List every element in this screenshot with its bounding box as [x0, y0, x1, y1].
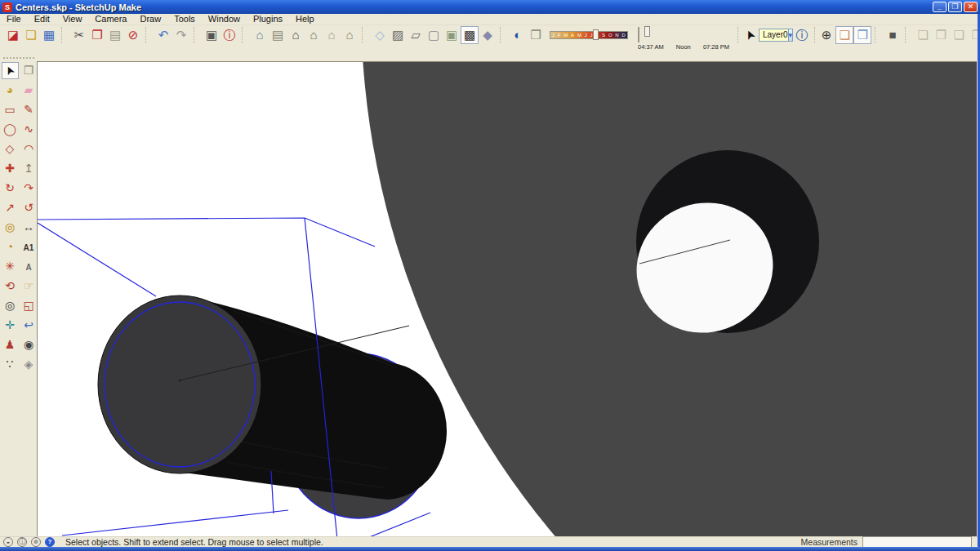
orbit-icon[interactable]: ⟲ [2, 278, 19, 295]
menu-plugins[interactable]: Plugins [247, 14, 289, 24]
standard-toolbar: ◪❏▦✂❐▤⊘↶↷▣ⓘ⌂▤⌂⌂⌂⌂◇▨▱▢▣▩◆◐❐ [4, 26, 545, 44]
pan-icon[interactable]: ☞ [20, 278, 38, 295]
offset-icon[interactable]: ↺ [20, 199, 38, 216]
print-icon[interactable]: ▣ [203, 26, 220, 44]
toolbar-separator [145, 27, 152, 43]
layer-select-value: Layer0 [763, 30, 788, 39]
view-front-icon[interactable]: ⌂ [287, 26, 305, 44]
view-top-icon[interactable]: ▤ [269, 26, 287, 44]
month-letter: M [577, 31, 581, 39]
select-icon[interactable]: ➤ [2, 62, 19, 79]
view-iso-icon[interactable]: ⌂ [251, 26, 269, 44]
shadow-toggle-icon[interactable]: ❐ [527, 26, 545, 44]
toolbar-separator [362, 27, 368, 43]
tape-measure-icon[interactable]: ◎ [2, 219, 19, 236]
line-icon[interactable]: ✎ [20, 101, 38, 118]
save-icon[interactable]: ▦ [40, 26, 58, 44]
position-camera-icon[interactable]: ♟ [2, 336, 19, 353]
geolocate-icon[interactable]: ◒ [3, 537, 13, 547]
time-slider-handle[interactable] [644, 26, 650, 37]
rectangle-icon[interactable]: ▭ [2, 101, 19, 118]
undo-icon[interactable]: ↶ [154, 26, 172, 44]
scale-icon[interactable]: ↗ [2, 199, 19, 216]
menu-window[interactable]: Window [202, 14, 247, 24]
new-icon[interactable]: ◪ [4, 26, 22, 44]
push-pull-icon[interactable]: ↥ [20, 160, 38, 177]
minimize-button-icon[interactable]: _ [933, 2, 947, 12]
help-icon[interactable]: ? [45, 537, 55, 547]
shadow-date-track[interactable]: JFMAMJJASOND [550, 31, 628, 39]
display-section-cuts-icon[interactable]: ❐ [853, 26, 871, 44]
month-letter: D [622, 31, 626, 39]
menu-help[interactable]: Help [289, 14, 321, 24]
layer-cursor-icon[interactable]: ➤ [741, 26, 759, 44]
move-icon[interactable]: ✚ [2, 160, 19, 177]
viewport[interactable] [37, 61, 977, 536]
text-icon[interactable]: A1 [20, 238, 38, 256]
palette-grip[interactable] [3, 57, 34, 59]
wireframe-icon[interactable]: ▱ [407, 26, 425, 44]
paste-icon[interactable]: ▤ [106, 26, 124, 44]
status-icons: ◒ⓘ☻? [3, 537, 59, 547]
restore-button-icon[interactable]: ❐ [948, 2, 962, 12]
shaded-with-textures-icon[interactable]: ▩ [461, 26, 479, 44]
dimension-icon[interactable]: ↔ [20, 219, 38, 236]
menu-camera[interactable]: Camera [88, 14, 133, 24]
sign-in-icon[interactable]: ☻ [31, 537, 41, 547]
redo-icon[interactable]: ↷ [172, 26, 190, 44]
viewport-canvas[interactable] [38, 62, 977, 536]
menu-edit[interactable]: Edit [28, 14, 56, 24]
eraser-icon[interactable]: ▰ [20, 82, 38, 99]
xray-icon[interactable]: ◇ [371, 26, 389, 44]
freehand-icon[interactable]: ∿ [20, 121, 38, 138]
display-section-planes-icon[interactable]: ❏ [835, 26, 853, 44]
erase-icon[interactable]: ⊘ [124, 26, 142, 44]
sunset-time: 07:28 PM [703, 43, 729, 51]
back-edges-icon[interactable]: ▨ [389, 26, 407, 44]
paint-bucket-icon[interactable]: ◕ [2, 82, 19, 99]
circle-icon[interactable]: ◯ [2, 121, 19, 138]
copy-icon[interactable]: ❐ [88, 26, 106, 44]
polygon-icon[interactable]: ◇ [2, 140, 19, 158]
3d-warehouse-icon[interactable]: ■ [884, 26, 902, 44]
hidden-line-icon[interactable]: ▢ [425, 26, 443, 44]
shadow-time-track[interactable] [638, 27, 639, 42]
open-icon[interactable]: ❏ [22, 26, 40, 44]
month-letter: N [615, 31, 618, 39]
look-around-icon[interactable]: ◉ [20, 336, 38, 353]
walk-icon[interactable]: ∵ [2, 356, 19, 373]
view-back-icon[interactable]: ⌂ [323, 26, 341, 44]
model-info-icon[interactable]: ⓘ [220, 26, 238, 44]
arc-icon[interactable]: ◠ [20, 140, 38, 158]
zoom-extents-icon[interactable]: ✛ [2, 317, 19, 334]
zoom-icon[interactable]: ◎ [2, 297, 19, 314]
menu-view[interactable]: View [56, 14, 89, 24]
shaded-icon[interactable]: ▣ [443, 26, 461, 44]
shadow-settings-icon[interactable]: ◐ [509, 26, 527, 44]
section-plane-icon[interactable]: ◈ [20, 356, 38, 373]
follow-me-icon[interactable]: ↷ [20, 180, 38, 197]
cut-icon[interactable]: ✂ [70, 26, 88, 44]
menu-tools[interactable]: Tools [167, 14, 202, 24]
view-left-icon[interactable]: ⌂ [341, 26, 359, 44]
layer-manager-icon[interactable]: ⓘ [793, 26, 811, 44]
protractor-icon[interactable]: ◔ [2, 238, 19, 256]
zoom-previous-icon[interactable]: ↩ [20, 317, 38, 334]
make-component-icon[interactable]: ❐ [20, 62, 38, 79]
monochrome-icon[interactable]: ◆ [479, 26, 497, 44]
rotate-icon[interactable]: ↻ [2, 180, 19, 197]
menu-draw[interactable]: Draw [133, 14, 167, 24]
credits-icon[interactable]: ⓘ [17, 537, 27, 547]
status-bar: ◒ⓘ☻? Select objects. Shift to extend sel… [0, 536, 980, 547]
view-right-icon[interactable]: ⌂ [305, 26, 323, 44]
zoom-window-icon[interactable]: ◱ [20, 297, 38, 314]
layer-select[interactable]: Layer0 [759, 29, 789, 42]
shadow-date-slider[interactable]: JFMAMJJASOND [550, 31, 628, 39]
shadow-time-slider[interactable]: 04:37 AM Noon 07:28 PM [638, 28, 729, 51]
menu-file[interactable]: File [0, 14, 28, 24]
date-slider-handle[interactable] [593, 29, 599, 40]
section-plane-tool-icon[interactable]: ⊕ [817, 26, 835, 44]
3d-text-icon[interactable]: A [20, 258, 38, 275]
close-button-icon[interactable]: ✕ [964, 2, 978, 12]
axes-icon[interactable]: ✳ [2, 258, 19, 275]
